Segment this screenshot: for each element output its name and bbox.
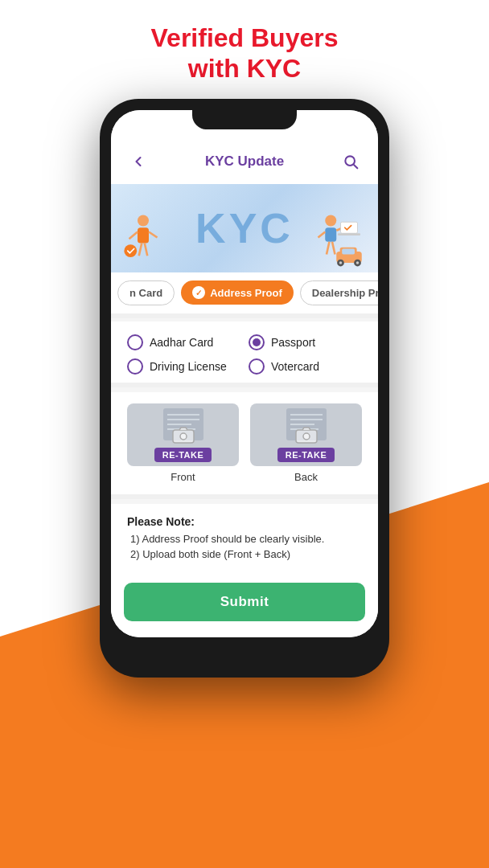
page-title: Verified Buyerswith KYC [16, 23, 473, 84]
note-section: Please Note: 1) Address Proof should be … [111, 504, 378, 571]
submit-button[interactable]: Submit [124, 583, 365, 621]
radio-aadhar[interactable]: Aadhar Card [127, 334, 240, 350]
svg-line-6 [139, 243, 142, 256]
svg-line-4 [129, 231, 138, 239]
note-item-2: 2) Upload both side (Front + Back) [127, 548, 362, 560]
retake-front-badge[interactable]: RE-TAKE [154, 448, 212, 462]
upload-back: RE-TAKE Back [250, 403, 362, 483]
svg-line-14 [332, 242, 335, 255]
svg-rect-16 [338, 233, 360, 235]
options-section: Aadhar Card Passport Driving License Vot… [111, 321, 378, 383]
svg-point-0 [345, 156, 355, 166]
svg-line-13 [327, 242, 330, 255]
phone-frame: KYC Update [0, 99, 489, 678]
note-item-1: 1) Address Proof should be clearly visib… [127, 533, 362, 545]
radio-circle-passport [249, 334, 265, 350]
page-header: Verified Buyerswith KYC [0, 0, 489, 99]
upload-thumb-front[interactable]: RE-TAKE [127, 403, 239, 466]
svg-line-7 [145, 243, 148, 256]
svg-line-1 [354, 165, 357, 168]
svg-point-2 [138, 215, 149, 226]
radio-circle-aadhar [127, 334, 143, 350]
svg-line-5 [149, 231, 158, 237]
radio-circle-voter [249, 358, 265, 375]
tab-pan-card[interactable]: n Card [117, 280, 175, 305]
svg-point-22 [356, 261, 360, 264]
submit-section: Submit [111, 571, 378, 637]
svg-point-9 [325, 215, 336, 226]
radio-grid: Aadhar Card Passport Driving License Vot… [127, 334, 362, 375]
svg-point-37 [303, 433, 310, 440]
tab-strip: n Card ✓ Address Proof Dealership Proo… [111, 272, 378, 313]
upload-section: RE-TAKE Front [111, 392, 378, 494]
divider-2 [111, 383, 378, 387]
appbar-title: KYC Update [205, 154, 284, 170]
search-button[interactable] [338, 149, 364, 174]
phone-screen: KYC Update [111, 110, 378, 637]
tab-check-icon: ✓ [192, 286, 205, 299]
svg-point-20 [339, 261, 343, 264]
tab-dealership[interactable]: Dealership Proo… [300, 280, 378, 305]
radio-voter[interactable]: Votercard [249, 358, 362, 375]
radio-passport[interactable]: Passport [249, 334, 362, 350]
svg-rect-10 [325, 227, 336, 242]
svg-rect-23 [342, 248, 355, 254]
upload-back-label: Back [294, 471, 318, 483]
phone-notch [192, 110, 297, 129]
svg-point-8 [124, 244, 137, 257]
note-title: Please Note: [127, 515, 362, 528]
svg-line-11 [318, 231, 326, 237]
svg-rect-3 [138, 227, 149, 243]
radio-circle-driving [127, 358, 143, 375]
retake-back-badge[interactable]: RE-TAKE [277, 448, 335, 462]
upload-front-label: Front [171, 471, 195, 483]
kyc-banner: KYC [111, 184, 378, 272]
divider-3 [111, 494, 378, 499]
upload-front: RE-TAKE Front [127, 403, 239, 483]
phone-body: KYC Update [100, 99, 389, 678]
banner-text: KYC [195, 204, 294, 252]
divider-1 [111, 313, 378, 318]
tab-address-proof[interactable]: ✓ Address Proof [181, 280, 294, 305]
svg-point-30 [180, 433, 187, 440]
back-button[interactable] [125, 149, 151, 174]
radio-driving[interactable]: Driving License [127, 358, 240, 375]
upload-thumb-back[interactable]: RE-TAKE [250, 403, 362, 466]
note-list: 1) Address Proof should be clearly visib… [127, 533, 362, 560]
